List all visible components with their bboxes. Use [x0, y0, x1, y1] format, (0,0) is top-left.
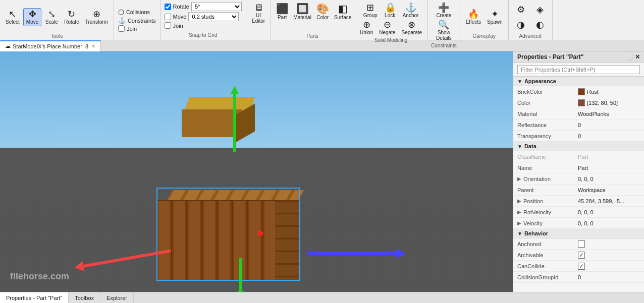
move-snap-row: Move 0.2 studs0.5 studs1 stud: [165, 12, 242, 21]
spawn-button[interactable]: ✦ Spawn: [485, 9, 505, 26]
name-row: Name Part: [513, 162, 644, 173]
select-button[interactable]: ↖ Select: [3, 9, 22, 26]
rotate-snap-select[interactable]: 5°10°15°45°: [191, 2, 242, 11]
reflectance-row: Reflectance 0: [513, 119, 644, 131]
rotate-snap-label: Rotate: [173, 4, 189, 10]
rotvelocity-name: ▶RotVelocity: [517, 209, 578, 215]
behavior-arrow: ▼: [517, 231, 522, 236]
main-tab[interactable]: ☁ StarModelX's Place Number: 8 ✕: [0, 40, 101, 51]
rotvelocity-row: ▶RotVelocity 0, 0, 0: [513, 207, 644, 218]
properties-close-button[interactable]: ✕: [635, 53, 640, 60]
brickcolor-value[interactable]: Rust: [578, 88, 640, 95]
material-row: Material WoodPlanks: [513, 108, 644, 119]
transform-button[interactable]: ⊕ Transform: [83, 9, 111, 26]
tab-close-button[interactable]: ✕: [91, 43, 95, 49]
archivable-name: Archivable: [517, 252, 578, 258]
velocity-row: ▶Velocity 0, 0, 0: [513, 218, 644, 229]
move-snap-select[interactable]: 0.2 studs0.5 studs1 stud: [188, 12, 239, 21]
scale-button[interactable]: ⤡ Scale: [42, 9, 61, 26]
ui-group: 🖥 UI Editor: [246, 0, 271, 40]
data-section-header[interactable]: ▼ Data: [513, 142, 644, 151]
collisions-group: ⬡ Collisions ⚓ Constraints Join: [114, 0, 160, 40]
data-label: Data: [524, 143, 536, 149]
rotate-snap-row: Rotate 5°10°15°45°: [165, 2, 242, 11]
move-snap-checkbox[interactable]: [165, 14, 171, 20]
wood-box: [156, 188, 300, 281]
color-button[interactable]: 🎨 Color: [313, 2, 332, 20]
y-axis-arrow-up: [233, 92, 236, 152]
appearance-label: Appearance: [524, 78, 556, 84]
rotvelocity-expand[interactable]: ▶: [517, 209, 521, 215]
adv-btn-1[interactable]: ⚙: [512, 4, 530, 15]
move-snap-label: Move: [173, 14, 187, 20]
tools-row: ↖ Select ✥ Move ⤡ Scale ↻ Rotate ⊕ Trans…: [3, 2, 111, 32]
bottom-tab-toolbox[interactable]: Toolbox: [69, 292, 100, 304]
properties-minimize-button[interactable]: ⬜: [625, 53, 633, 60]
anchored-checkbox[interactable]: [578, 240, 585, 248]
constraints-label: Constraints: [128, 18, 156, 24]
collisions-icon: ⬡: [118, 8, 124, 16]
prop-filter-container: [513, 63, 644, 77]
bottom-tab-explorer[interactable]: Explorer: [100, 292, 134, 304]
prop-filter-input[interactable]: [517, 65, 640, 74]
collisiongroupid-name: CollisionGroupId: [517, 274, 578, 280]
behavior-label: Behavior: [524, 230, 548, 236]
rotate-snap-checkbox[interactable]: [165, 4, 171, 10]
anchored-name: Anchored: [517, 241, 578, 247]
position-row: ▶Position 45.284, 3.599, -5...: [513, 196, 644, 207]
material-button[interactable]: 🔲 Material: [293, 2, 311, 20]
part-button[interactable]: ⬛ Part: [273, 2, 291, 20]
material-name: Material: [517, 111, 578, 117]
move-button[interactable]: ✥ Move: [23, 8, 41, 26]
constraints-item: ⚓ Constraints: [118, 17, 156, 24]
behavior-section-header[interactable]: ▼ Behavior: [513, 229, 644, 238]
orientation-expand[interactable]: ▶: [517, 176, 521, 181]
bottom-tab-properties[interactable]: Properties - Part "Part": [0, 292, 69, 304]
archivable-checkbox[interactable]: ✓: [578, 252, 585, 259]
adv-btn-2[interactable]: ◈: [531, 4, 549, 15]
color-value[interactable]: [132, 80, 50]: [578, 99, 640, 106]
anchor-button[interactable]: ⚓ Anchor: [400, 2, 421, 19]
cancollide-checkbox[interactable]: ✓: [578, 263, 585, 270]
create-button[interactable]: ➕ Create: [434, 2, 454, 19]
classname-name: ClassName: [517, 154, 578, 160]
archivable-value[interactable]: ✓: [578, 252, 640, 259]
gameplay-group: 🔥 Effects ✦ Spawn Gameplay: [460, 0, 509, 40]
anchored-value[interactable]: [578, 240, 640, 248]
y-axis-arrow-down: [239, 258, 242, 292]
separate-button[interactable]: ⊗ Separate: [399, 19, 425, 36]
part-icon: ⬛: [276, 3, 289, 15]
negate-button[interactable]: ⊖ Negate: [377, 19, 398, 36]
anchor-icon: ⚓: [405, 3, 416, 12]
surface-button[interactable]: ◧ Surface: [334, 2, 352, 20]
surface-icon: ◧: [338, 3, 348, 15]
group-button[interactable]: ⊞ Group: [361, 2, 380, 19]
adv-btn-3[interactable]: ◑: [512, 19, 530, 30]
adv-icon-4: ◐: [536, 20, 544, 29]
velocity-value: 0, 0, 0: [578, 220, 640, 226]
material-value: WoodPlanks: [578, 111, 640, 117]
adv-btn-4[interactable]: ◐: [531, 19, 549, 30]
cancollide-value[interactable]: ✓: [578, 263, 640, 270]
ui-editor-icon: 🖥: [254, 3, 263, 12]
create-icon: ➕: [438, 3, 449, 12]
show-details-button[interactable]: 🔍 Show Details: [434, 19, 454, 42]
rotate-button[interactable]: ↻ Rotate: [62, 9, 81, 26]
properties-header: Properties - Part "Part" ⬜ ✕: [513, 51, 644, 63]
velocity-expand[interactable]: ▶: [517, 220, 521, 226]
appearance-section-header[interactable]: ▼ Appearance: [513, 77, 644, 86]
separate-icon: ⊗: [408, 20, 415, 29]
tools-group: ↖ Select ✥ Move ⤡ Scale ↻ Rotate ⊕ Trans…: [0, 0, 114, 40]
dot-red: [258, 231, 263, 236]
join-snap-checkbox[interactable]: [165, 22, 171, 29]
classname-value: Part: [578, 154, 640, 160]
effects-button[interactable]: 🔥 Effects: [463, 9, 484, 26]
viewport[interactable]: filehorse.com: [0, 51, 513, 292]
join-checkbox[interactable]: [118, 25, 125, 32]
ui-editor-button[interactable]: 🖥 UI Editor: [249, 2, 267, 25]
position-expand[interactable]: ▶: [517, 198, 521, 204]
solid-row2: ⊕ Union ⊖ Negate ⊗ Separate: [357, 19, 424, 36]
lock-button[interactable]: 🔒 Lock: [381, 2, 399, 19]
union-button[interactable]: ⊕ Union: [357, 19, 375, 36]
bottom-tab-toolbox-label: Toolbox: [75, 295, 94, 301]
